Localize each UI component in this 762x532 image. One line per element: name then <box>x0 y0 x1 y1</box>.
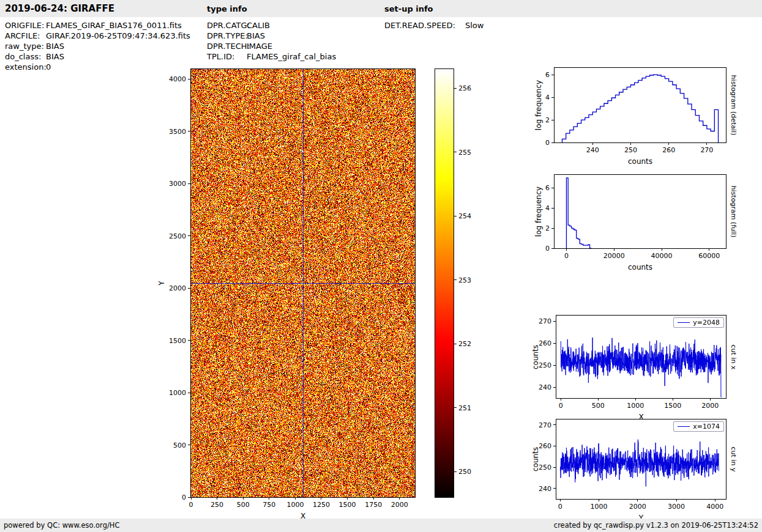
right-axis-label: cut in y <box>730 447 738 472</box>
legend-line-sample <box>678 322 690 323</box>
meta-value: FLAMES_giraf_cal_bias <box>247 52 336 61</box>
y-tick-mark <box>188 131 190 131</box>
y-tick-mark <box>551 248 554 249</box>
x-tick-label: 60000 <box>698 252 720 260</box>
y-tick-label: 0 <box>182 493 186 501</box>
x-tick-label: 250 <box>624 146 637 154</box>
x-tick-label: 40000 <box>651 252 673 260</box>
x-tick-label: 0 <box>558 503 562 511</box>
y-tick-mark <box>454 152 457 152</box>
y-tick-mark <box>188 445 190 445</box>
meta-value: 0 <box>46 62 51 72</box>
x-tick-mark <box>217 497 217 500</box>
x-tick-mark <box>630 142 631 145</box>
y-tick-label: 1500 <box>169 336 186 344</box>
y-axis-label: log frequency <box>534 80 543 130</box>
meta-row-raw-type: raw_type:BIAS <box>5 41 190 51</box>
meta-label: DPR.TYPE: <box>207 31 247 41</box>
y-tick-mark <box>454 216 457 216</box>
x-tick-label: 250 <box>211 501 223 509</box>
meta-row-do-class: do_class:BIAS <box>5 51 190 62</box>
y-axis-label: log frequency <box>534 187 543 237</box>
y-tick-label: 250 <box>539 464 551 471</box>
x-tick-label: 0 <box>559 402 563 410</box>
x-tick-label: 2000 <box>391 501 408 509</box>
x-tick-mark <box>191 497 192 500</box>
meta-label: ORIGFILE: <box>5 20 46 31</box>
y-tick-mark <box>553 321 556 322</box>
y-tick-mark <box>551 228 554 229</box>
meta-value: BIAS <box>46 42 64 51</box>
x-tick-label: 2000 <box>629 503 646 511</box>
meta-row-extension: extension:0 <box>5 62 190 72</box>
x-tick-mark <box>662 248 662 251</box>
y-tick-label: 255 <box>458 148 471 156</box>
footer-created-by: created by qc_rawdisp.py v1.2.3 on 2019-… <box>554 521 758 530</box>
y-tick-label: 3500 <box>169 127 186 135</box>
legend-label: x=1074 <box>693 423 720 430</box>
y-tick-label: 4 <box>545 94 550 102</box>
meta-label: TPL.ID: <box>207 51 247 62</box>
y-tick-label: 253 <box>458 276 471 284</box>
meta-label: DET.READ.SPEED: <box>384 20 465 31</box>
meta-label: DPR.TECH: <box>207 41 247 51</box>
right-axis-label: cut in x <box>730 344 738 369</box>
x-tick-label: 4000 <box>706 503 723 511</box>
y-tick-label: 1000 <box>169 389 186 397</box>
meta-label: extension: <box>5 62 46 72</box>
y-tick-label: 260 <box>539 442 551 450</box>
metadata-setup-info: DET.READ.SPEED:Slow <box>384 20 484 31</box>
x-tick-mark <box>566 248 567 251</box>
histogram-full-plot: 02000040000600000246countslog frequencyh… <box>554 174 727 249</box>
meta-row-dpr-catg: DPR.CATG:CALIB <box>207 20 336 31</box>
meta-value: CALIB <box>247 21 270 30</box>
x-tick-mark <box>592 142 593 145</box>
y-tick-mark <box>454 407 457 408</box>
x-tick-mark <box>560 499 561 501</box>
y-tick-mark <box>188 393 190 393</box>
y-tick-label: 2 <box>545 224 550 232</box>
x-tick-mark <box>709 248 709 251</box>
y-tick-mark <box>551 208 554 209</box>
x-tick-label: 240 <box>586 146 599 154</box>
y-tick-mark <box>454 279 457 280</box>
y-tick-label: 250 <box>458 468 471 476</box>
y-tick-mark <box>454 471 457 472</box>
meta-value: BIAS <box>247 31 265 40</box>
legend-line-sample <box>678 426 690 427</box>
x-tick-label: 1500 <box>339 501 356 509</box>
hist-detail-canvas <box>555 68 726 142</box>
y-tick-mark <box>188 79 190 79</box>
x-tick-mark <box>243 497 244 500</box>
y-tick-mark <box>551 142 554 143</box>
y-tick-label: 2500 <box>169 232 186 240</box>
y-axis-label: Y <box>157 281 166 285</box>
x-tick-label: 2000 <box>701 402 719 410</box>
x-tick-label: 0 <box>564 252 569 260</box>
x-tick-label: 1000 <box>286 501 304 509</box>
y-tick-label: 2000 <box>169 284 186 292</box>
y-tick-label: 250 <box>539 361 551 369</box>
y-tick-mark <box>188 183 190 184</box>
x-tick-label: 500 <box>592 402 605 410</box>
x-tick-mark <box>295 497 296 500</box>
setup-info-heading: set-up info <box>384 4 433 13</box>
x-tick-mark <box>399 497 400 500</box>
x-axis-label: counts <box>628 157 652 166</box>
y-tick-label: 6 <box>545 184 550 192</box>
y-axis-label: counts <box>531 447 540 471</box>
meta-row-origfile: ORIGFILE:FLAMES_GIRAF_BIAS176_0011.fits <box>5 20 190 31</box>
y-tick-mark <box>188 288 190 289</box>
y-tick-mark <box>551 188 554 188</box>
x-tick-label: 1000 <box>591 503 608 511</box>
x-tick-mark <box>668 142 669 145</box>
y-tick-mark <box>551 120 554 120</box>
meta-value: Slow <box>465 21 484 30</box>
y-tick-mark <box>454 344 457 344</box>
y-tick-mark <box>188 235 190 236</box>
x-tick-mark <box>321 497 321 500</box>
hist-full-canvas <box>555 175 726 248</box>
x-tick-label: 1750 <box>365 501 382 509</box>
x-tick-label: 260 <box>662 146 675 154</box>
y-tick-label: 251 <box>458 404 471 412</box>
